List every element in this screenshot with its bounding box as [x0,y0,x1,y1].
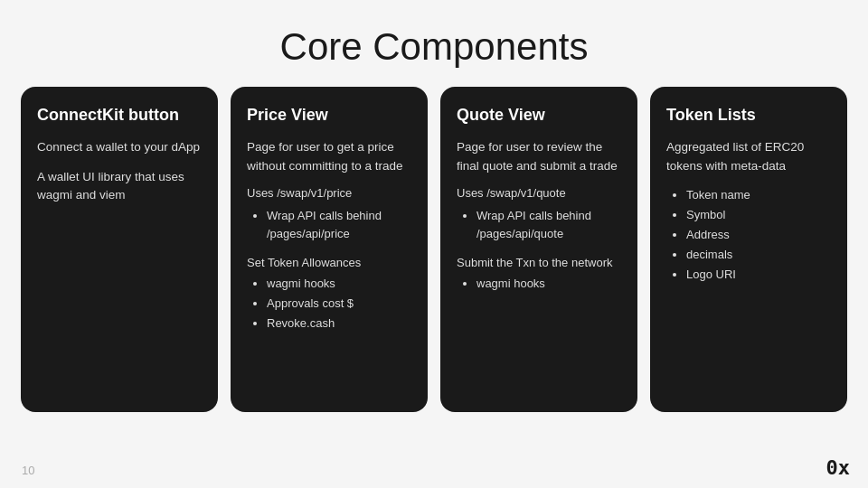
list-item: Wrap API calls behind /pages/api/quote [476,207,621,243]
card-connectkit: ConnectKit button Connect a wallet to yo… [21,87,218,412]
card-price-view-uses: Uses /swap/v1/price [247,186,411,200]
card-quote-view-uses: Uses /swap/v1/quote [457,186,621,200]
card-price-view-section2-label: Set Token Allowances [247,256,411,269]
card-token-lists-list: Token name Symbol Address decimals Logo … [666,186,831,285]
card-connectkit-desc1: Connect a wallet to your dApp [37,138,202,156]
list-item: Token name [686,186,831,204]
list-item: Approvals cost $ [267,295,411,313]
card-connectkit-desc2: A wallet UI library that uses wagmi and … [37,168,202,205]
footer-brand: 0x [826,456,851,479]
list-item: Wrap API calls behind /pages/api/price [267,207,411,243]
footer-page-number: 10 [22,464,34,477]
card-price-view-list1: Wrap API calls behind /pages/api/price [247,207,411,243]
list-item: Revoke.cash [267,314,411,333]
list-item: Logo URI [686,266,831,284]
card-connectkit-title: ConnectKit button [37,105,202,126]
card-price-view-desc: Page for user to get a price without com… [247,138,411,175]
list-item: decimals [686,246,831,264]
card-price-view-title: Price View [247,105,411,126]
card-quote-view-list1: Wrap API calls behind /pages/api/quote [457,207,621,243]
card-quote-view-section2-label: Submit the Txn to the network [457,256,621,269]
card-price-view: Price View Page for user to get a price … [231,87,428,412]
card-token-lists-desc: Aggregated list of ERC20 tokens with met… [666,138,831,175]
list-item: Address [686,226,831,244]
cards-container: ConnectKit button Connect a wallet to yo… [0,87,868,412]
card-quote-view-title: Quote View [457,105,621,126]
card-token-lists: Token Lists Aggregated list of ERC20 tok… [650,87,847,412]
list-item: wagmi hooks [476,275,621,293]
card-quote-view-list2: wagmi hooks [457,275,621,293]
card-quote-view-desc: Page for user to review the final quote … [457,138,621,175]
card-token-lists-title: Token Lists [666,105,831,126]
page-title: Core Components [0,0,868,87]
card-price-view-list2: wagmi hooks Approvals cost $ Revoke.cash [247,275,411,333]
list-item: wagmi hooks [267,275,411,293]
list-item: Symbol [686,206,831,224]
card-quote-view: Quote View Page for user to review the f… [440,87,637,412]
